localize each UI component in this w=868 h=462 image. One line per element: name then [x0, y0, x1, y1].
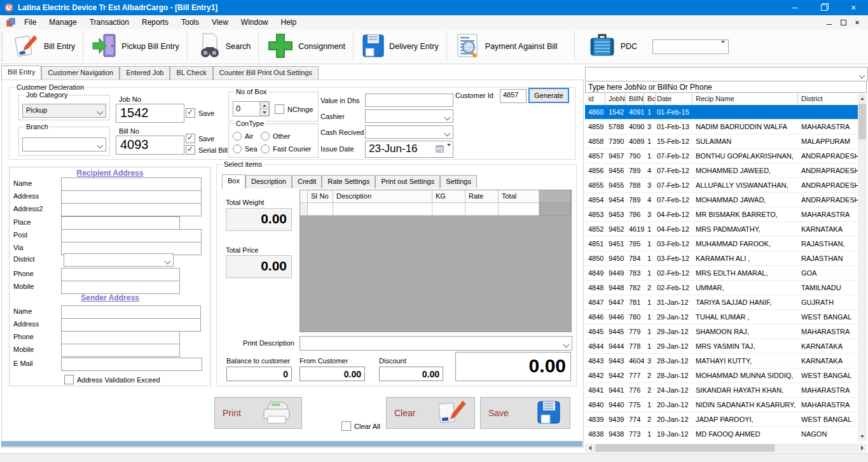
mdi-restore-button[interactable]	[836, 17, 850, 27]
calendar-icon[interactable]	[436, 144, 444, 154]
recipient-address-field[interactable]	[61, 190, 202, 204]
bill-save-checkbox[interactable]: Save	[186, 134, 214, 143]
tab-box[interactable]: Box	[222, 174, 245, 189]
recipient-place-field[interactable]	[61, 216, 180, 230]
sender-name-field[interactable]	[61, 305, 201, 319]
tab-customer-navigation[interactable]: Customer Navigation	[41, 66, 120, 80]
bill-no-field[interactable]: 4093	[116, 136, 184, 155]
discount-field[interactable]: 0.00	[379, 367, 443, 381]
branch-combo[interactable]	[22, 137, 106, 151]
bills-grid[interactable]: 4860 1542 4091 1 01-Feb-15 4859 5788 409…	[585, 105, 858, 441]
recipient-district-combo[interactable]	[64, 253, 174, 267]
menu-item-manage[interactable]: Manage	[43, 18, 83, 27]
table-row[interactable]: 4856 9456 789 4 07-Feb-12 MOHAMMED JAWEE…	[585, 164, 858, 178]
table-row[interactable]: 4850 9450 784 1 03-Feb-12 KARAMATH ALI ,…	[585, 251, 858, 266]
cashier-combo[interactable]	[365, 109, 453, 123]
contype-air-radio[interactable]: Air	[233, 132, 253, 141]
scroll-left-icon[interactable]	[585, 444, 595, 452]
right-horizontal-scrollbar[interactable]	[585, 444, 867, 452]
recipient-phone-field[interactable]	[61, 268, 180, 281]
right-search-combo[interactable]	[585, 67, 868, 81]
table-row[interactable]: 4847 9447 781 1 31-Jan-12 TARIYA SAJJAD …	[585, 295, 858, 310]
menu-item-transaction[interactable]: Transaction	[83, 18, 135, 27]
table-row[interactable]: 4855 9455 788 3 07-Feb-12 ALLUPALLY VISW…	[585, 178, 858, 193]
items-grid[interactable]: SI No Description KG Rate Total	[300, 190, 572, 332]
scroll-up-icon[interactable]	[858, 94, 867, 103]
tab-print-out-settings[interactable]: Print out Settings	[375, 175, 440, 188]
sender-address-link[interactable]: Sender Address	[10, 293, 210, 302]
vertical-scroll-thumb[interactable]	[858, 104, 866, 139]
toolbar-pickup-bill-entry-button[interactable]: Pickup Bill Entry	[85, 31, 185, 62]
generate-button[interactable]: Generate	[528, 88, 569, 103]
menu-item-window[interactable]: Window	[235, 18, 275, 27]
menu-item-file[interactable]: File	[18, 18, 43, 27]
address-validation-exceed-checkbox[interactable]: Address Validation Exceed	[64, 375, 160, 384]
save-button[interactable]: Save	[480, 397, 570, 429]
table-row[interactable]: 4840 9440 775 1 20-Jan-12 NIDIN SADANATH…	[585, 398, 858, 412]
recipient-address-link[interactable]: Recipient Address	[10, 169, 210, 178]
toolbar-payment-against-bill-button[interactable]: Payment Against Bill	[448, 31, 564, 62]
tab-credit[interactable]: Credit	[292, 175, 322, 188]
col-jobno[interactable]: JobNo	[605, 94, 626, 105]
pdc-combo[interactable]	[652, 39, 729, 54]
menu-item-tools[interactable]: Tools	[175, 18, 205, 27]
job-no-field[interactable]: 1542	[116, 104, 184, 123]
right-vertical-scrollbar[interactable]	[858, 94, 867, 441]
items-grid-empty-row[interactable]	[300, 203, 571, 216]
print-button[interactable]: Print	[214, 397, 302, 429]
sender-phone-field[interactable]	[61, 331, 180, 344]
toolbar-consignment-button[interactable]: Consignment	[260, 31, 352, 62]
table-row[interactable]: 4853 9453 786 3 04-Feb-12 MR BISMARK BAR…	[585, 207, 858, 222]
contype-fast-courier-radio[interactable]: Fast Courier	[261, 144, 312, 153]
contype-sea-radio[interactable]: Sea	[233, 144, 258, 153]
recipient-post-field[interactable]	[61, 229, 202, 242]
table-row[interactable]: 4839 9439 774 2 20-Jan-12 JADAP PAROOYI,…	[585, 412, 858, 427]
sender-mobile-field[interactable]	[61, 344, 180, 357]
recipient-address2-field[interactable]	[61, 203, 202, 216]
toolbar-pdc-button[interactable]: PDC	[581, 31, 644, 62]
table-row[interactable]: 4846 9446 780 1 29-Jan-12 TUHAL KUMAR , …	[585, 310, 858, 325]
col-recip-name[interactable]: Recip Name	[692, 94, 798, 105]
toolbar-bill-entry-button[interactable]: Bill Entry	[6, 31, 81, 62]
tab-bl-check[interactable]: BL Check	[170, 66, 212, 80]
no-of-box-stepper[interactable]: 0	[233, 101, 270, 116]
issue-date-picker[interactable]: 23-Jun-16	[365, 141, 453, 158]
table-row[interactable]: 4857 9457 790 1 07-Feb-12 BONTHU GOPALAK…	[585, 149, 858, 164]
menu-item-view[interactable]: View	[205, 18, 235, 27]
sender-email-field[interactable]	[61, 358, 202, 371]
horizontal-scroll-thumb[interactable]	[595, 444, 775, 452]
customer-id-field[interactable]: 4857	[500, 89, 527, 103]
table-row[interactable]: 4851 9451 785 1 03-Feb-12 MUHAMMAD FAROO…	[585, 237, 858, 251]
job-save-checkbox[interactable]: Save	[186, 108, 214, 118]
cash-recived-combo[interactable]	[365, 125, 453, 139]
tab-description[interactable]: Description	[245, 175, 292, 188]
mdi-close-button[interactable]: ×	[850, 17, 864, 27]
table-row[interactable]: 4844 9444 778 1 29-Jan-12 MRS YASMIN TAJ…	[585, 339, 858, 354]
close-button[interactable]: ×	[839, 0, 868, 15]
col-district[interactable]: District	[798, 94, 858, 105]
table-row[interactable]: 4841 9441 776 2 24-Jan-12 SIKANDAR HAYAT…	[585, 383, 858, 398]
tab-settings[interactable]: Settings	[440, 175, 477, 188]
col-id[interactable]: id	[585, 94, 605, 105]
spin-up-icon[interactable]	[260, 102, 269, 109]
mdi-minimize-button[interactable]	[822, 17, 836, 27]
table-row[interactable]: 4859 5788 4090 3 01-Feb-13 NADIM BADRUDD…	[585, 120, 858, 134]
serial-bill-checkbox[interactable]: Serial Bill	[186, 145, 228, 155]
recipient-mobile-field[interactable]	[61, 281, 180, 294]
col-billno[interactable]: BillNo	[626, 94, 644, 105]
recipient-name-field[interactable]	[61, 178, 202, 191]
table-row[interactable]: 4858 7390 4089 1 15-Feb-12 SULAIMAN MALA…	[585, 134, 858, 149]
scroll-down-icon[interactable]	[858, 431, 867, 441]
menu-item-help[interactable]: Help	[275, 18, 303, 27]
table-row[interactable]: 4838 9438 773 1 19-Jan-12 MD FAOOQ AHMED…	[585, 427, 858, 441]
clear-all-checkbox[interactable]: Clear All	[341, 421, 380, 431]
print-description-combo[interactable]	[300, 336, 572, 351]
col-bo[interactable]: Bo	[644, 94, 656, 105]
table-row[interactable]: 4860 1542 4091 1 01-Feb-15	[585, 105, 858, 120]
tab-entered-job[interactable]: Entered Job	[120, 66, 170, 80]
tab-counter-bill-print-out-settings[interactable]: Counter Bill Print Out Settings	[213, 66, 319, 80]
clear-button[interactable]: Clear	[386, 397, 475, 429]
table-row[interactable]: 4849 9449 783 1 02-Feb-12 MRS EDLTH AMAR…	[585, 266, 858, 281]
table-row[interactable]: 4842 9442 777 2 28-Jan-12 MOHAMMAD MUNNA…	[585, 368, 858, 383]
left-horizontal-scrollbar[interactable]	[1, 441, 582, 447]
